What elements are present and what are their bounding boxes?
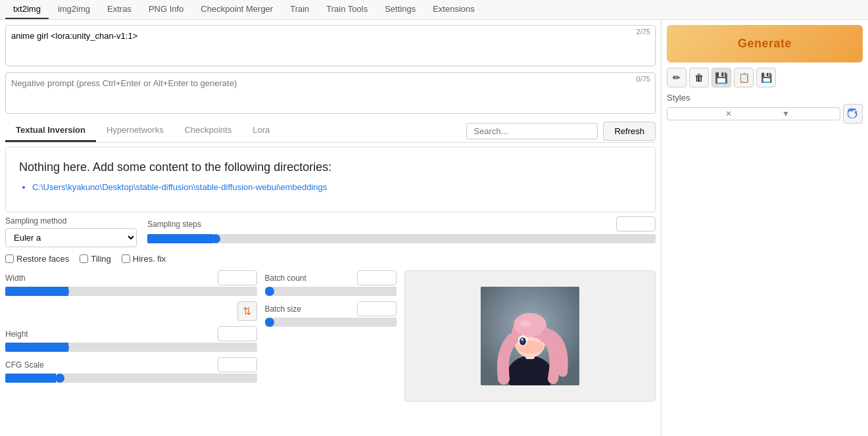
trash-icon-button[interactable]: 🗑 bbox=[689, 68, 709, 87]
generated-image bbox=[481, 287, 579, 385]
cfg-slider[interactable] bbox=[5, 374, 257, 383]
sampling-steps-label: Sampling steps bbox=[147, 220, 201, 229]
batch-size-label: Batch size bbox=[265, 304, 301, 314]
sub-tab-checkpoints[interactable]: Checkpoints bbox=[174, 120, 243, 142]
tab-train-tools[interactable]: Train Tools bbox=[318, 0, 375, 19]
svg-point-13 bbox=[520, 320, 531, 327]
batch-section: Batch count 1 Batch size 1 bbox=[265, 270, 397, 402]
list-item: C:\Users\kyakuno\Desktop\stable-diffusio… bbox=[32, 182, 642, 192]
hires-fix-label: Hires. fix bbox=[133, 254, 166, 264]
restore-faces-label: Restore faces bbox=[16, 254, 69, 264]
batch-count-label: Batch count bbox=[265, 274, 306, 283]
save-red-icon-button[interactable]: 💾 bbox=[711, 68, 731, 87]
checkboxes-row: Restore faces Tiling Hires. fix bbox=[5, 251, 656, 266]
batch-count-slider[interactable] bbox=[265, 287, 397, 296]
restore-faces-checkbox[interactable]: Restore faces bbox=[5, 254, 69, 264]
width-label: Width bbox=[5, 274, 26, 283]
subtab-search-input[interactable] bbox=[466, 123, 598, 139]
batch-size-section: Batch size 1 bbox=[265, 301, 397, 327]
content-paths-list: C:\Users\kyakuno\Desktop\stable-diffusio… bbox=[19, 182, 642, 192]
styles-dropdown-button[interactable]: ▼ bbox=[782, 109, 836, 118]
sampling-steps-section: Sampling steps 20 bbox=[147, 216, 656, 243]
sampling-steps-slider[interactable] bbox=[147, 234, 656, 243]
sampling-method-select[interactable]: Euler a Euler LMS Heun DDIM PLMS bbox=[5, 228, 137, 247]
positive-prompt-counter: 2/75 bbox=[637, 28, 650, 36]
image-output-area bbox=[404, 270, 656, 402]
negative-prompt-input[interactable] bbox=[5, 72, 656, 114]
tab-img2img[interactable]: img2img bbox=[50, 0, 98, 19]
hires-fix-input[interactable] bbox=[122, 254, 130, 263]
tab-checkpoint-merger[interactable]: Checkpoint Merger bbox=[193, 0, 281, 19]
batch-size-slider[interactable] bbox=[265, 318, 397, 327]
batch-size-input[interactable]: 1 bbox=[357, 301, 397, 316]
styles-section: Styles ✕ ▼ bbox=[667, 93, 863, 124]
left-panel: anime girl <lora:unity_chan-v1:1> 2/75 0… bbox=[0, 20, 661, 436]
tab-txt2img[interactable]: txt2img bbox=[5, 0, 49, 19]
sub-tab-textual-inversion[interactable]: Textual Inversion bbox=[5, 120, 96, 142]
swap-dimensions-button[interactable]: ⇅ bbox=[237, 301, 257, 321]
width-section: Width 512 bbox=[5, 270, 257, 296]
content-empty-title: Nothing here. Add some content to the fo… bbox=[19, 160, 642, 174]
content-area: Nothing here. Add some content to the fo… bbox=[5, 147, 656, 212]
cfg-section: CFG Scale 7 bbox=[5, 357, 257, 383]
restore-faces-input[interactable] bbox=[5, 254, 14, 263]
clipboard-icon-button[interactable]: 📋 bbox=[734, 68, 754, 87]
tiling-input[interactable] bbox=[80, 254, 88, 263]
height-section: Height 512 bbox=[5, 326, 257, 352]
cfg-input[interactable]: 7 bbox=[218, 357, 257, 372]
positive-prompt-input[interactable]: anime girl <lora:unity_chan-v1:1> bbox=[5, 25, 656, 66]
tiling-label: Tiling bbox=[91, 254, 111, 264]
negative-prompt-wrapper: 0/75 bbox=[5, 72, 656, 116]
tab-train[interactable]: Train bbox=[282, 0, 317, 19]
batch-count-input[interactable]: 1 bbox=[357, 270, 397, 285]
subtab-refresh-button[interactable]: Refresh bbox=[603, 122, 656, 141]
width-slider[interactable] bbox=[5, 287, 257, 296]
height-label: Height bbox=[5, 329, 28, 339]
bottom-section: Width 512 ⇅ Height 512 bbox=[5, 270, 656, 402]
svg-point-12 bbox=[521, 339, 523, 341]
styles-refresh-button[interactable] bbox=[843, 104, 863, 124]
cfg-label: CFG Scale bbox=[5, 360, 44, 370]
sub-tabs-bar: Textual Inversion Hypernetworks Checkpoi… bbox=[5, 120, 656, 143]
main-layout: anime girl <lora:unity_chan-v1:1> 2/75 0… bbox=[0, 20, 868, 436]
batch-count-section: Batch count 1 bbox=[265, 270, 397, 296]
styles-label: Styles bbox=[667, 93, 863, 103]
sampling-steps-input[interactable]: 20 bbox=[616, 216, 656, 231]
sub-tab-lora[interactable]: Lora bbox=[242, 120, 280, 142]
tab-png-info[interactable]: PNG Info bbox=[141, 0, 191, 19]
hires-fix-checkbox[interactable]: Hires. fix bbox=[122, 254, 166, 264]
pencil-icon-button[interactable]: ✏ bbox=[667, 68, 687, 87]
height-slider[interactable] bbox=[5, 343, 257, 352]
floppy-icon-button[interactable]: 💾 bbox=[756, 68, 776, 87]
nav-tabs: txt2img img2img Extras PNG Info Checkpoi… bbox=[0, 0, 868, 20]
height-input[interactable]: 512 bbox=[218, 326, 257, 341]
styles-clear-button[interactable]: ✕ bbox=[725, 109, 779, 118]
sub-tab-hypernetworks[interactable]: Hypernetworks bbox=[96, 120, 174, 142]
styles-row: ✕ ▼ bbox=[667, 104, 863, 124]
tiling-checkbox[interactable]: Tiling bbox=[80, 254, 111, 264]
swap-row: ⇅ bbox=[5, 301, 257, 321]
image-output-section bbox=[404, 270, 656, 402]
tab-extras[interactable]: Extras bbox=[99, 0, 139, 19]
positive-prompt-wrapper: anime girl <lora:unity_chan-v1:1> 2/75 bbox=[5, 25, 656, 68]
width-input[interactable]: 512 bbox=[218, 270, 257, 285]
generate-button[interactable]: Generate bbox=[667, 25, 863, 62]
styles-select-wrapper[interactable]: ✕ ▼ bbox=[667, 107, 840, 120]
sampling-method-section: Sampling method Euler a Euler LMS Heun D… bbox=[5, 216, 137, 247]
style-toolbar: ✏ 🗑 💾 📋 💾 bbox=[667, 68, 863, 87]
negative-prompt-counter: 0/75 bbox=[637, 75, 650, 83]
tab-settings[interactable]: Settings bbox=[377, 0, 423, 19]
right-panel: Generate ✏ 🗑 💾 📋 💾 Styles ✕ ▼ bbox=[661, 20, 868, 436]
dimensions-section: Width 512 ⇅ Height 512 bbox=[5, 270, 257, 402]
sampling-method-label: Sampling method bbox=[5, 216, 137, 226]
tab-extensions[interactable]: Extensions bbox=[425, 0, 483, 19]
